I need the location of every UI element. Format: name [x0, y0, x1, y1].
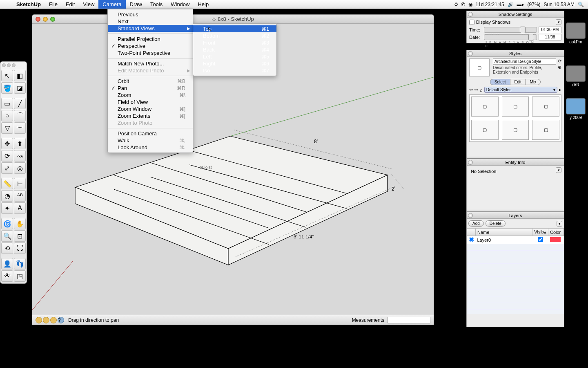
- time-value[interactable]: 01:30 PM: [539, 27, 561, 33]
- view-right[interactable]: Right⌘6: [193, 60, 276, 67]
- offset-tool[interactable]: ◎: [14, 162, 26, 174]
- orbit-tool[interactable]: 🌀: [1, 218, 13, 229]
- rectangle-tool[interactable]: ▭: [1, 98, 13, 109]
- camera-two-point[interactable]: Two-Point Perspective: [108, 49, 193, 56]
- collapse-icon[interactable]: [468, 51, 473, 56]
- camera-look-around[interactable]: Look Around⌘.: [108, 144, 193, 151]
- status-icon[interactable]: [50, 317, 57, 323]
- date-value[interactable]: 11/08: [539, 34, 561, 40]
- forward-icon[interactable]: ⇨: [474, 87, 478, 92]
- rotate-tool[interactable]: ⟳: [1, 150, 13, 162]
- style-new-icon[interactable]: ⊕: [558, 65, 561, 70]
- zoom-extents-tool[interactable]: ⛶: [14, 242, 26, 254]
- camera-zoom[interactable]: Zoom⌘\: [108, 92, 193, 99]
- view-left[interactable]: Left⌘5: [193, 53, 276, 60]
- style-thumb[interactable]: ▢: [502, 120, 529, 140]
- view-front[interactable]: Front⌘3: [193, 39, 276, 46]
- camera-zoom-window[interactable]: Zoom Window⌘]: [108, 105, 193, 112]
- menu-help[interactable]: Help: [194, 0, 213, 9]
- display-shadows-checkbox[interactable]: [469, 20, 474, 25]
- menu-file[interactable]: File: [45, 0, 62, 9]
- polygon-tool[interactable]: ▽: [1, 122, 13, 134]
- back-icon[interactable]: ⇦: [469, 87, 473, 92]
- protractor-tool[interactable]: ◔: [1, 190, 13, 202]
- camera-zoom-extents[interactable]: Zoom Extents⌘[: [108, 112, 193, 119]
- camera-orbit[interactable]: Orbit⌘B: [108, 78, 193, 85]
- eraser-tool[interactable]: ◪: [14, 82, 26, 94]
- camera-parallel[interactable]: Parallel Projection: [108, 36, 193, 43]
- col-name[interactable]: Name: [476, 229, 532, 236]
- pan-tool[interactable]: ✋: [14, 218, 26, 229]
- camera-standard-views[interactable]: Standard Views▶ Top⌘1 Bottom⌘2 Front⌘3 B…: [108, 25, 193, 32]
- zoom-prev-tool[interactable]: ⟲: [1, 242, 13, 254]
- position-camera-tool[interactable]: 👤: [1, 258, 13, 269]
- camera-walk[interactable]: Walk⌘,: [108, 137, 193, 144]
- style-library-selector[interactable]: Default Styles▾: [484, 87, 557, 93]
- style-thumb[interactable]: ▢: [471, 120, 499, 140]
- time-slider[interactable]: 06:43 AM04:46 PM: [484, 27, 537, 33]
- menu-edit[interactable]: Edit: [62, 0, 79, 9]
- shadow-settings-panel[interactable]: Shadow Settings Display Shadows▾ Time: 0…: [466, 11, 564, 43]
- camera-perspective[interactable]: ✓Perspective: [108, 43, 193, 49]
- paint-tool[interactable]: 🪣: [1, 82, 13, 94]
- date-slider[interactable]: J F M A M J J A S O N D: [484, 34, 537, 40]
- phone-icon[interactable]: ✆: [461, 2, 465, 7]
- line-tool[interactable]: ╱: [14, 98, 26, 109]
- wifi-icon[interactable]: ◉: [468, 2, 472, 7]
- menu-tools[interactable]: Tools: [146, 0, 167, 9]
- camera-position[interactable]: Position Camera: [108, 130, 193, 137]
- text-tool[interactable]: ᴬᴮ: [14, 190, 26, 202]
- layers-panel[interactable]: Layers Add Delete ▾ Name Visib▴ Color La…: [466, 212, 564, 327]
- options-arrow-icon[interactable]: ▾: [556, 167, 561, 173]
- minimize-button[interactable]: [43, 17, 48, 22]
- close-button[interactable]: [36, 17, 40, 22]
- freehand-tool[interactable]: 〰: [14, 122, 26, 134]
- desktop-drive-icon[interactable]: ookPro: [564, 22, 587, 44]
- styles-panel[interactable]: Styles ▢ Architectural Design Style Desa…: [466, 50, 564, 159]
- camera-pan[interactable]: ✓Pan⌘R: [108, 85, 193, 92]
- col-visible[interactable]: Visib▴: [532, 229, 548, 236]
- camera-previous[interactable]: Previous: [108, 11, 193, 18]
- styles-tab-mix[interactable]: Mix: [526, 79, 541, 85]
- layer-name[interactable]: Layer0: [476, 236, 532, 244]
- zoom-window-tool[interactable]: ⊡: [14, 230, 26, 242]
- circle-tool[interactable]: ○: [1, 110, 13, 121]
- delete-layer-button[interactable]: Delete: [486, 220, 506, 227]
- scale-tool[interactable]: ⤢: [1, 162, 13, 174]
- desktop-folder-icon[interactable]: y 2009: [564, 98, 587, 120]
- spotlight-icon[interactable]: 🔍: [578, 2, 584, 7]
- component-tool[interactable]: ◧: [14, 70, 26, 81]
- camera-match-photo[interactable]: Match New Photo...: [108, 60, 193, 67]
- home-icon[interactable]: ⌂: [480, 88, 483, 92]
- arc-tool[interactable]: ⌒: [14, 110, 26, 121]
- active-layer-radio[interactable]: [469, 237, 474, 242]
- status-icon[interactable]: [36, 317, 42, 323]
- layer-color-swatch[interactable]: [550, 237, 561, 242]
- move-tool[interactable]: ✥: [1, 138, 13, 149]
- entity-info-panel[interactable]: Entity Info No Selection▾: [466, 159, 564, 212]
- help-icon[interactable]: ?: [58, 317, 64, 323]
- view-bottom[interactable]: Bottom⌘2: [193, 32, 276, 39]
- app-name[interactable]: SketchUp: [12, 1, 45, 7]
- styles-tab-select[interactable]: Select: [490, 79, 510, 85]
- select-tool[interactable]: ↖: [1, 70, 13, 81]
- 3dtext-tool[interactable]: A: [14, 202, 26, 214]
- col-color[interactable]: Color: [548, 229, 564, 236]
- tape-tool[interactable]: 📏: [1, 178, 13, 189]
- tool-palette[interactable]: ↖ ◧ 🪣 ◪ ▭ ╱ ○ ⌒ ▽ 〰 ✥ ⬆ ⟳ ↝ ⤢ ◎ 📏 ⊢ ◔ ᴬᴮ…: [0, 61, 27, 284]
- zoom-button[interactable]: [50, 17, 55, 22]
- menu-window[interactable]: Window: [167, 0, 194, 9]
- style-name[interactable]: Architectural Design Style: [493, 58, 556, 65]
- style-thumb[interactable]: ▢: [532, 96, 559, 117]
- collapse-icon[interactable]: [468, 12, 473, 17]
- options-arrow-icon[interactable]: ▾: [557, 221, 562, 227]
- volume-icon[interactable]: 🔊: [508, 2, 514, 7]
- camera-next[interactable]: Next: [108, 18, 193, 25]
- layer-visible-checkbox[interactable]: [538, 237, 543, 242]
- collapse-icon[interactable]: [468, 213, 473, 218]
- pushpull-tool[interactable]: ⬆: [14, 138, 26, 149]
- status-icon[interactable]: [43, 317, 49, 323]
- desktop-drive-icon[interactable]: (AR: [564, 65, 587, 87]
- details-icon[interactable]: ▸: [559, 87, 561, 92]
- style-thumb[interactable]: ▢: [471, 96, 499, 117]
